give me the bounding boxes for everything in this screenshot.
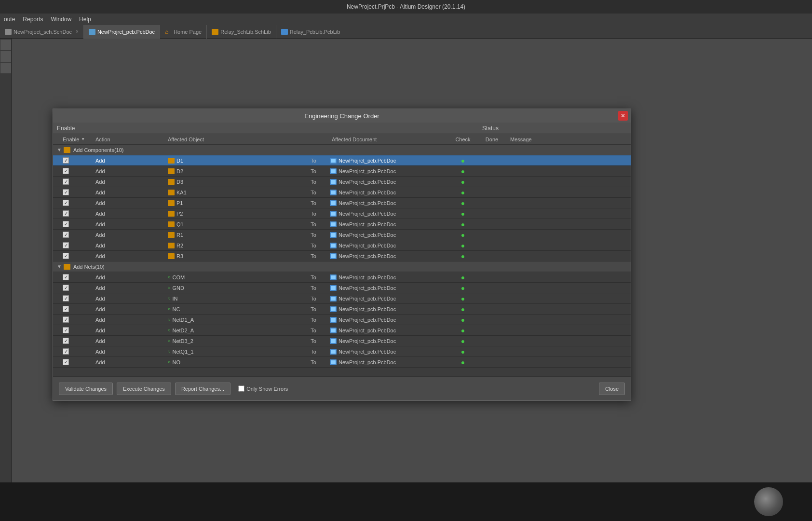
enable-checkbox-p1[interactable]: ✓	[63, 200, 69, 206]
object-cell-nc: ≈ NC	[164, 306, 299, 312]
enable-checkbox-no[interactable]: ✓	[63, 359, 69, 365]
object-name-com: COM	[173, 274, 185, 280]
enable-checkbox-nc[interactable]: ✓	[63, 306, 69, 312]
sidebar-btn-1[interactable]	[0, 40, 11, 50]
dialog-close-button[interactable]: ✕	[618, 111, 628, 121]
net-icon-gnd: ≈	[168, 285, 171, 290]
check-cell-no: ●	[448, 358, 477, 366]
object-name-d2: D2	[176, 168, 183, 174]
table-row[interactable]: ✓ Add ≈ GND To NewProjrct_pcb.PcbDoc ●	[53, 283, 631, 293]
object-cell-no: ≈ NO	[164, 359, 299, 365]
net-icon-netd2a: ≈	[168, 328, 171, 333]
enable-checkbox-q1[interactable]: ✓	[63, 221, 69, 227]
table-row[interactable]: ✓ Add R1 To NewProjrct_pcb.PcbDoc ●	[53, 230, 631, 240]
table-row[interactable]: ✓ Add ≈ NetD3_2 To NewProjrct_pcb.PcbDoc…	[53, 336, 631, 346]
enable-checkbox-gnd[interactable]: ✓	[63, 285, 69, 291]
component-icon-d1	[168, 158, 175, 164]
title-text: NewProject.PrjPcb - Altium Designer (20.…	[347, 3, 465, 10]
net-icon-netq11: ≈	[168, 349, 171, 354]
action-cell-no: Add	[92, 359, 164, 365]
enable-checkbox-in[interactable]: ✓	[63, 295, 69, 302]
enable-checkbox-r1[interactable]: ✓	[63, 232, 69, 238]
execute-changes-button[interactable]: Execute Changes	[117, 383, 171, 395]
to-cell-p1: To	[299, 200, 328, 206]
action-cell-d2: Add	[92, 168, 164, 174]
object-name-p1: P1	[176, 200, 183, 206]
enable-checkbox-ka1[interactable]: ✓	[63, 189, 69, 195]
object-cell-netd1a: ≈ NetD1_A	[164, 317, 299, 323]
tab-bar: NewProject_sch.SchDoc × NewProjrct_pcb.P…	[0, 25, 812, 39]
to-cell-r2: To	[299, 243, 328, 248]
menu-window[interactable]: Window	[51, 16, 71, 23]
enable-checkbox-netd1a[interactable]: ✓	[63, 316, 69, 323]
enable-checkbox-d3[interactable]: ✓	[63, 178, 69, 185]
only-show-errors-checkbox[interactable]	[238, 385, 244, 392]
menu-reports[interactable]: Reports	[23, 16, 43, 23]
net-icon-no: ≈	[168, 359, 171, 365]
dialog-footer: Validate Changes Execute Changes Report …	[53, 376, 631, 400]
object-cell-p1: P1	[164, 200, 299, 206]
modifications-label: Enable	[57, 125, 482, 132]
group-row-components[interactable]: ▼ Add Components(10)	[53, 145, 631, 155]
object-cell-in: ≈ IN	[164, 296, 299, 302]
enable-checkbox-r2[interactable]: ✓	[63, 242, 69, 248]
enable-checkbox-netd2a[interactable]: ✓	[63, 327, 69, 333]
pcblib-icon	[281, 29, 288, 35]
table-row[interactable]: ✓ Add ≈ NetQ1_1 To NewProjrct_pcb.PcbDoc…	[53, 346, 631, 357]
group-row-nets[interactable]: ▼ Add Nets(10)	[53, 261, 631, 272]
component-icon-d2	[168, 168, 175, 174]
table-row[interactable]: ✓ Add D3 To NewProjrct_pcb.PcbDoc ●	[53, 177, 631, 187]
sidebar-btn-2[interactable]	[0, 51, 11, 62]
enable-checkbox-r3[interactable]: ✓	[63, 253, 69, 259]
table-row[interactable]: ✓ Add R2 To NewProjrct_pcb.PcbDoc ●	[53, 240, 631, 251]
table-row[interactable]: ✓ Add P1 To NewProjrct_pcb.PcbDoc ●	[53, 198, 631, 208]
only-show-errors-label[interactable]: Only Show Errors	[238, 385, 288, 392]
doc-cell-netd2a: NewProjrct_pcb.PcbDoc	[328, 328, 448, 333]
check-cell-gnd: ●	[448, 284, 477, 292]
table-row[interactable]: ✓ Add D2 To NewProjrct_pcb.PcbDoc ●	[53, 166, 631, 177]
table-row[interactable]: ✓ Add ≈ NetD2_A To NewProjrct_pcb.PcbDoc…	[53, 325, 631, 336]
tab-pcb[interactable]: NewProjrct_pcb.PcbDoc	[84, 25, 160, 39]
table-row[interactable]: ✓ Add Q1 To NewProjrct_pcb.PcbDoc ●	[53, 219, 631, 230]
enable-checkbox-netd32[interactable]: ✓	[63, 338, 69, 344]
report-changes-button[interactable]: Report Changes...	[175, 383, 230, 395]
table-row[interactable]: ✓ Add P2 To NewProjrct_pcb.PcbDoc ●	[53, 208, 631, 219]
object-name-r1: R1	[176, 232, 183, 238]
menu-help[interactable]: Help	[79, 16, 91, 23]
menu-route[interactable]: oute	[4, 16, 15, 23]
table-row[interactable]: ✓ Add ≈ COM To NewProjrct_pcb.PcbDoc ●	[53, 272, 631, 283]
doc-icon-no	[330, 359, 337, 365]
tab-home[interactable]: ⌂ Home Page	[160, 25, 207, 39]
validate-changes-button[interactable]: Validate Changes	[59, 383, 113, 395]
table-row[interactable]: ✓ Add ≈ IN To NewProjrct_pcb.PcbDoc ●	[53, 293, 631, 304]
doc-name-nc: NewProjrct_pcb.PcbDoc	[338, 306, 396, 312]
to-cell-d2: To	[299, 168, 328, 174]
tab-pcblib[interactable]: Relay_PcbLib.PcbLib	[276, 25, 346, 39]
enable-checkbox-p2[interactable]: ✓	[63, 210, 69, 217]
table-row[interactable]: ✓ Add ≈ NC To NewProjrct_pcb.PcbDoc ●	[53, 304, 631, 315]
tab-sch-close[interactable]: ×	[76, 29, 79, 34]
close-button[interactable]: Close	[599, 383, 625, 395]
doc-cell-in: NewProjrct_pcb.PcbDoc	[328, 296, 448, 302]
enable-checkbox-netq11[interactable]: ✓	[63, 348, 69, 355]
table-row[interactable]: ✓ Add R3 To NewProjrct_pcb.PcbDoc ●	[53, 251, 631, 261]
table-row[interactable]: ✓ Add D1 To NewProjrct_pcb.PcbDoc ●	[53, 155, 631, 166]
tab-sch[interactable]: NewProject_sch.SchDoc ×	[0, 25, 84, 39]
object-cell-r2: R2	[164, 243, 299, 248]
doc-cell-com: NewProjrct_pcb.PcbDoc	[328, 274, 448, 280]
enable-checkbox-d1[interactable]: ✓	[63, 157, 69, 164]
doc-name-r1: NewProjrct_pcb.PcbDoc	[338, 232, 396, 238]
doc-name-p2: NewProjrct_pcb.PcbDoc	[338, 211, 396, 217]
enable-checkbox-d2[interactable]: ✓	[63, 168, 69, 174]
object-name-r3: R3	[176, 253, 183, 259]
bottom-bar	[0, 482, 812, 521]
doc-icon-com	[330, 274, 337, 280]
table-row[interactable]: ✓ Add ≈ NetD1_A To NewProjrct_pcb.PcbDoc…	[53, 315, 631, 325]
object-cell-ka1: KA1	[164, 190, 299, 195]
enable-checkbox-com[interactable]: ✓	[63, 274, 69, 280]
sidebar-btn-3[interactable]	[0, 63, 11, 73]
col-header-action: Action	[92, 137, 164, 142]
table-row[interactable]: ✓ Add KA1 To NewProjrct_pcb.PcbDoc ●	[53, 187, 631, 198]
table-row[interactable]: ✓ Add ≈ NO To NewProjrct_pcb.PcbDoc ●	[53, 357, 631, 368]
tab-schlib[interactable]: Relay_SchLib.SchLib	[207, 25, 276, 39]
